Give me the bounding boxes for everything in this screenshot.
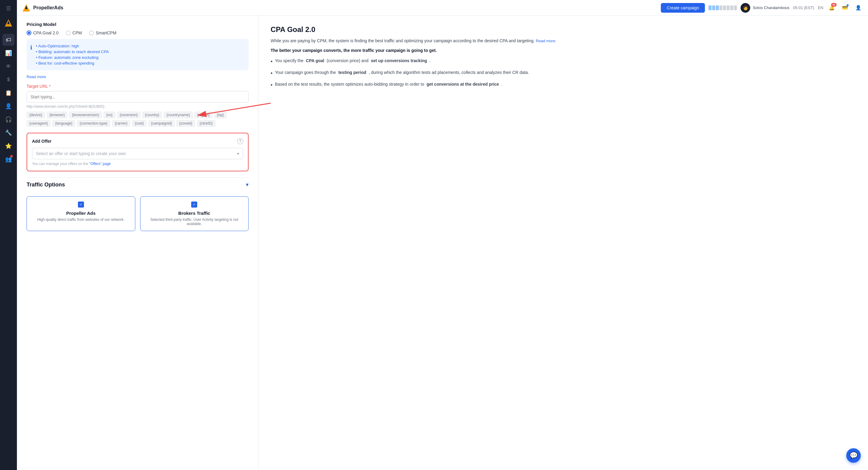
info-icon: ℹ (30, 44, 32, 65)
url-hint: http://www.domain.com/in.php?clickid=${S… (27, 104, 249, 109)
logo-icon (4, 18, 13, 28)
offer-dropdown-placeholder: Select an offer or start typing to creat… (36, 151, 126, 156)
sidebar-item-alerts[interactable]: 👥 (2, 153, 14, 165)
progress-seg-5 (723, 5, 726, 10)
info-box: ℹ Auto-Optimization: high Bidding: autom… (27, 39, 249, 70)
progress-seg-7 (730, 5, 733, 10)
support-icon: 🎧 (5, 116, 12, 123)
traffic-chevron-icon[interactable]: ▾ (246, 181, 249, 188)
token-cost[interactable]: {cost} (132, 120, 147, 127)
info-item-4: Best for: cost-effective spending (36, 61, 109, 65)
token-countryname[interactable]: {countryname} (164, 112, 192, 118)
sidebar-item-campaigns[interactable]: 🏷 (2, 34, 14, 46)
rp-bullet-2: Your campaign goes through the testing p… (271, 69, 856, 77)
token-clickid[interactable]: {clickID} (197, 120, 215, 127)
token-language[interactable]: {language} (52, 120, 75, 127)
rp-description: While you are paying by CPM, the system … (271, 37, 856, 44)
info-item-1: Auto-Optimization: high (36, 44, 109, 48)
sidebar-item-favorites[interactable]: ⭐ (2, 140, 14, 152)
radio-cpa-dot (28, 32, 30, 34)
app-name: PropellerAds (33, 5, 63, 10)
radio-cpm[interactable]: CPM (66, 30, 82, 35)
wallet-dot (846, 4, 849, 6)
radio-smartcpm[interactable]: SmartCPM (89, 30, 116, 35)
read-more-link[interactable]: Read more (27, 74, 46, 79)
lang-display: EN (818, 5, 823, 10)
offers-page-link[interactable]: "Offers" page (89, 162, 111, 166)
token-region[interactable]: {region} (194, 112, 212, 118)
progress-bar (709, 5, 737, 10)
sidebar-item-users[interactable]: 👤 (2, 100, 14, 112)
sidebar: ☰ 🏷 📊 👁 $ 📋 👤 🎧 🔧 ⭐ 👥 (0, 0, 17, 470)
progress-seg-3 (716, 5, 719, 10)
analytics-icon: 📊 (5, 50, 12, 57)
target-url-label: Target URL * (27, 84, 249, 89)
rp-read-more-link[interactable]: Read more. (536, 39, 556, 43)
brokers-card-desc: Selected third-party traffic. User Activ… (145, 217, 244, 226)
left-panel: Pricing Model CPA Goal 2.0 CPM Sm (17, 16, 258, 470)
profile-button[interactable]: 👤 (854, 3, 863, 13)
token-os[interactable]: {os} (103, 112, 115, 118)
create-campaign-button[interactable]: Create campaign (661, 3, 705, 13)
traffic-card-brokers[interactable]: ✓ Brokers Traffic Selected third-party t… (140, 196, 249, 231)
user-name: Sotos Charalambous (753, 5, 789, 10)
brokers-checkbox[interactable]: ✓ (191, 202, 197, 207)
sidebar-item-analytics[interactable]: 📊 (2, 47, 14, 59)
brokers-card-title: Brokers Traffic (145, 210, 244, 216)
reports-icon: 📋 (5, 90, 12, 96)
token-carrier[interactable]: {carrier} (112, 120, 130, 127)
wallet-button[interactable]: 💳 (840, 3, 850, 13)
sidebar-item-tools[interactable]: 🔧 (2, 127, 14, 139)
token-tags: {device} {browser} {browserversion} {os}… (27, 112, 249, 127)
rp-bold-statement: The better your campaign converts, the m… (271, 48, 856, 53)
rp-title: CPA Goal 2.0 (271, 25, 856, 34)
traffic-card-propeller[interactable]: ✓ Propeller Ads High-quality direct traf… (27, 196, 135, 231)
sidebar-item-billing[interactable]: $ (2, 74, 14, 86)
token-device[interactable]: {device} (27, 112, 45, 118)
token-browser[interactable]: {browser} (47, 112, 68, 118)
chevron-down-icon: ▾ (237, 151, 239, 156)
target-url-input[interactable] (27, 91, 249, 103)
add-offer-header: Add Offer ? (32, 138, 243, 144)
chat-button[interactable]: 💬 (846, 448, 861, 463)
token-isp[interactable]: {isp} (214, 112, 226, 118)
sidebar-item-support[interactable]: 🎧 (2, 113, 14, 126)
token-campaignid[interactable]: {campaignid} (148, 120, 175, 127)
traffic-options-header: Traffic Options ▾ (27, 177, 249, 192)
right-panel: CPA Goal 2.0 While you are paying by CPM… (258, 16, 868, 470)
token-useragent[interactable]: {useragent} (27, 120, 51, 127)
pricing-model-title: Pricing Model (27, 22, 249, 27)
offer-dropdown[interactable]: Select an offer or start typing to creat… (32, 148, 243, 159)
sidebar-item-menu[interactable]: ☰ (2, 2, 14, 14)
tools-icon: 🔧 (5, 129, 12, 136)
progress-seg-4 (719, 5, 722, 10)
propeller-checkbox[interactable]: ✓ (78, 202, 84, 207)
star-icon: ⭐ (5, 143, 12, 149)
alert-dot (10, 155, 13, 158)
notifications-button[interactable]: 🔔 90 (827, 3, 837, 13)
offer-manage-text: You can manage your offers on the "Offer… (32, 162, 243, 166)
token-osversion[interactable]: {osversion} (117, 112, 141, 118)
required-star: * (49, 84, 51, 89)
user-info: 🧑 Sotos Charalambous (741, 3, 789, 13)
logo: PropellerAds (22, 3, 63, 12)
sidebar-item-reports[interactable]: 📋 (2, 87, 14, 99)
token-browserversion[interactable]: {browserversion} (69, 112, 101, 118)
add-offer-help-button[interactable]: ? (237, 138, 243, 144)
radio-cpa[interactable]: CPA Goal 2.0 (27, 30, 59, 35)
add-offer-section: Add Offer ? Select an offer or start typ… (27, 133, 249, 171)
progress-seg-2 (712, 5, 715, 10)
info-item-2: Bidding: automatic to reach desired CPA (36, 49, 109, 54)
token-connection-type[interactable]: {connection.type} (77, 120, 110, 127)
progress-seg-8 (734, 5, 737, 10)
sidebar-item-eye[interactable]: 👁 (2, 60, 14, 72)
rp-bullet-3: Based on the test results, the system op… (271, 81, 856, 89)
token-zoneid[interactable]: {zoneid} (176, 120, 195, 127)
token-country[interactable]: {country} (142, 112, 162, 118)
traffic-options-section: Traffic Options ▾ ✓ Propeller Ads High-q… (27, 177, 249, 231)
menu-icon: ☰ (6, 5, 11, 12)
profile-icon: 👤 (855, 5, 861, 10)
traffic-options-title: Traffic Options (27, 181, 65, 188)
progress-seg-6 (727, 5, 730, 10)
eye-icon: 👁 (6, 63, 11, 70)
